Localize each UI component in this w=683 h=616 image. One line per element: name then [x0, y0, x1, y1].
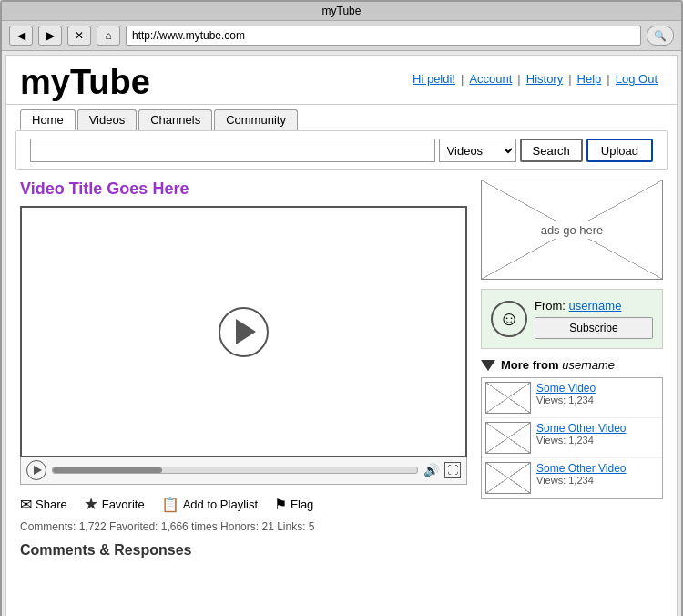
- more-from-user: username: [562, 358, 615, 372]
- history-link[interactable]: History: [521, 72, 568, 86]
- progress-bar[interactable]: [52, 467, 418, 474]
- favorite-icon: ★: [84, 494, 98, 514]
- page-content: myTube Hi peldi! | Account | History | H…: [5, 55, 678, 616]
- thumbnail-1: [485, 382, 531, 414]
- share-label: Share: [36, 498, 67, 511]
- play-button-large[interactable]: [219, 307, 269, 357]
- video-link-3[interactable]: Some Other Video: [536, 462, 627, 475]
- home-button[interactable]: ⌂: [97, 26, 120, 46]
- video-actions: ✉ Share ★ Favorite 📋 Add to Playlist ⚑ F…: [20, 485, 467, 518]
- video-controls: 🔊 ⛶: [20, 456, 467, 485]
- page-header: myTube Hi peldi! | Account | History | H…: [6, 56, 677, 105]
- more-from-label: More from username: [501, 358, 615, 372]
- thumbnail-2: [485, 422, 531, 454]
- volume-icon[interactable]: 🔊: [423, 463, 439, 477]
- from-text: From:: [535, 299, 566, 313]
- add-to-playlist-action[interactable]: 📋 Add to Playlist: [161, 496, 258, 513]
- favorite-action[interactable]: ★ Favorite: [84, 494, 145, 514]
- flag-label: Flag: [291, 498, 313, 511]
- tab-community[interactable]: Community: [214, 109, 298, 130]
- video-title: Video Title Goes Here: [20, 180, 467, 199]
- browser-title: myTube: [322, 5, 362, 17]
- tab-channels[interactable]: Channels: [138, 109, 212, 130]
- left-column: Video Title Goes Here 🔊 ⛶: [20, 180, 467, 559]
- from-box: ☺ From: username Subscribe: [481, 289, 663, 349]
- play-icon: [236, 319, 256, 344]
- list-item: Some Other Video Views: 1,234: [482, 418, 662, 458]
- video-link-2[interactable]: Some Other Video: [536, 422, 627, 435]
- tab-videos[interactable]: Videos: [77, 109, 138, 130]
- from-info: From: username Subscribe: [535, 299, 653, 339]
- help-link[interactable]: Help: [572, 72, 607, 86]
- go-button[interactable]: 🔍: [647, 26, 674, 46]
- views-1: Views: 1,234: [536, 395, 596, 406]
- logout-link[interactable]: Log Out: [610, 72, 663, 86]
- comments-title: Comments & Responses: [20, 542, 467, 559]
- add-to-playlist-label: Add to Playlist: [183, 498, 258, 511]
- search-bar: Videos Channels Users Search Upload: [15, 130, 668, 170]
- fullscreen-icon[interactable]: ⛶: [444, 462, 461, 478]
- tab-home[interactable]: Home: [20, 109, 76, 130]
- close-button[interactable]: ✕: [67, 26, 91, 46]
- play-button-small[interactable]: [26, 460, 46, 480]
- progress-fill: [53, 467, 162, 473]
- forward-button[interactable]: ▶: [38, 26, 62, 46]
- more-from: More from username Some Video Views: 1,2…: [481, 358, 663, 499]
- thumbnail-3: [485, 462, 531, 494]
- username-link[interactable]: username: [569, 299, 622, 313]
- search-button[interactable]: Search: [520, 139, 583, 162]
- thumb-info-3: Some Other Video Views: 1,234: [536, 462, 627, 486]
- more-from-list[interactable]: Some Video Views: 1,234 Some Other Video…: [481, 377, 663, 499]
- list-item: Some Video Views: 1,234: [482, 378, 662, 418]
- search-icon: 🔍: [654, 30, 667, 42]
- search-type-dropdown[interactable]: Videos Channels Users: [439, 139, 516, 162]
- share-icon: ✉: [20, 496, 32, 513]
- triangle-down-icon: [481, 360, 495, 371]
- title-bar: myTube: [2, 2, 681, 21]
- avatar-icon: ☺: [491, 301, 527, 337]
- video-player[interactable]: [20, 206, 467, 457]
- back-button[interactable]: ◀: [9, 26, 33, 46]
- flag-action[interactable]: ⚑ Flag: [274, 496, 313, 513]
- nav-tabs: Home Videos Channels Community: [6, 105, 677, 130]
- flag-icon: ⚑: [274, 496, 287, 513]
- greeting-link[interactable]: Hi peldi!: [407, 72, 461, 86]
- ads-text: ads go here: [537, 221, 607, 239]
- thumb-info-1: Some Video Views: 1,234: [536, 382, 596, 406]
- header-links: Hi peldi! | Account | History | Help | L…: [407, 72, 663, 86]
- play-icon-small: [34, 466, 42, 475]
- video-stats: Comments: 1,722 Favorited: 1,666 times H…: [20, 518, 467, 542]
- logo: myTube: [20, 65, 150, 99]
- thumb-info-2: Some Other Video Views: 1,234: [536, 422, 627, 446]
- list-item: Some Other Video Views: 1,234: [482, 458, 662, 498]
- views-2: Views: 1,234: [536, 435, 627, 446]
- favorite-label: Favorite: [102, 498, 145, 511]
- toolbar: ◀ ▶ ✕ ⌂ 🔍: [2, 21, 681, 51]
- account-link[interactable]: Account: [464, 72, 517, 86]
- main-area: Video Title Goes Here 🔊 ⛶: [6, 170, 677, 568]
- comments-section: Comments & Responses: [20, 542, 467, 559]
- right-column: ads go here ☺ From: username Subscribe: [481, 180, 663, 559]
- video-link-1[interactable]: Some Video: [536, 382, 596, 395]
- search-input[interactable]: [30, 139, 435, 162]
- playlist-icon: 📋: [161, 496, 179, 513]
- share-action[interactable]: ✉ Share: [20, 496, 67, 513]
- address-bar[interactable]: [126, 26, 641, 46]
- more-from-title: More from username: [481, 358, 663, 372]
- from-label: From: username: [535, 299, 653, 313]
- subscribe-button[interactable]: Subscribe: [535, 317, 653, 339]
- views-3: Views: 1,234: [536, 475, 627, 486]
- upload-button[interactable]: Upload: [586, 139, 653, 162]
- browser-window: myTube ◀ ▶ ✕ ⌂ 🔍 myTube Hi peldi! | Acco…: [0, 0, 683, 616]
- ads-box: ads go here: [481, 180, 663, 280]
